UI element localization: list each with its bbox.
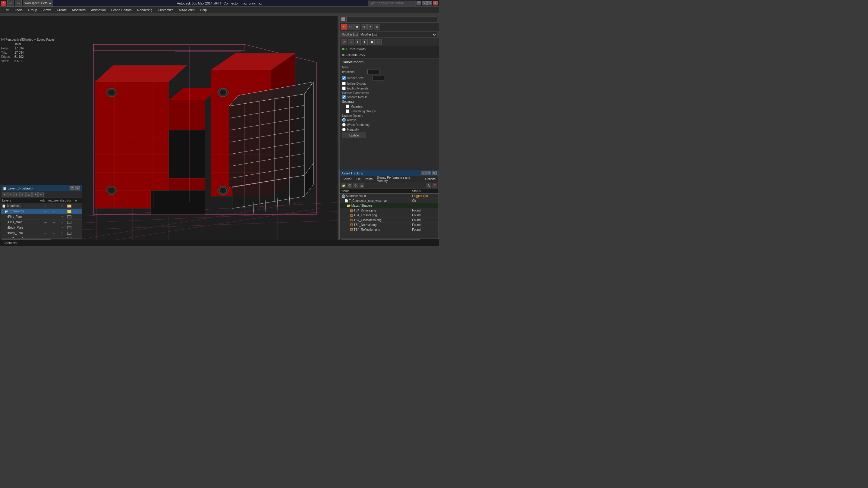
undo-btn[interactable]: ↩ bbox=[7, 0, 14, 7]
menu-graph-editors[interactable]: Graph Editors bbox=[109, 7, 134, 13]
mod-icon-2[interactable]: ✂ bbox=[348, 39, 354, 45]
mod-icon-5[interactable]: 🔲 bbox=[369, 39, 375, 45]
layers-close-btn[interactable]: ✕ bbox=[75, 186, 80, 190]
asset-row-fresnel[interactable]: 🖼 TB4_Fresnel.png Found bbox=[340, 213, 438, 218]
layer-hide-btn[interactable]: 👁 bbox=[32, 192, 38, 197]
asset-tool-1[interactable]: 📁 bbox=[341, 183, 346, 188]
modify-panel-btn[interactable]: ⬡ bbox=[347, 24, 353, 30]
motion-panel-btn[interactable]: ◎ bbox=[361, 24, 367, 30]
render-iters-checkbox[interactable] bbox=[342, 76, 346, 80]
layer-row-t-connector-sub[interactable]: ▷ T_Connector — — ✓ bbox=[1, 236, 82, 238]
asset-row-glossiness[interactable]: 🖼 TB4_Glossiness.png Found bbox=[340, 218, 438, 223]
mod-icon-1[interactable]: 📌 bbox=[341, 39, 347, 45]
layer-remove-btn[interactable]: ⬇ bbox=[20, 192, 26, 197]
redo-btn[interactable]: ↪ bbox=[15, 0, 22, 7]
menu-animation[interactable]: Animation bbox=[89, 7, 108, 13]
hierarchy-panel-btn[interactable]: ⬢ bbox=[354, 24, 360, 30]
render-iters-input[interactable]: 1 bbox=[372, 76, 384, 80]
layer-body-male-color[interactable] bbox=[67, 226, 71, 229]
layer-pins-male-color[interactable] bbox=[67, 221, 71, 224]
always-radio[interactable] bbox=[342, 118, 346, 122]
asset-menu-options[interactable]: Options bbox=[424, 177, 437, 181]
display-panel-btn[interactable]: ☀ bbox=[367, 24, 373, 30]
modifier-dropdown[interactable]: Modifier List bbox=[359, 32, 437, 37]
minimize-btn[interactable]: − bbox=[422, 1, 427, 5]
layer-row-body-male[interactable]: ▷ Body_Male — — ✓ bbox=[1, 225, 82, 230]
mod-icon-3[interactable]: ⬆ bbox=[355, 39, 361, 45]
asset-tool-6[interactable]: ❓ bbox=[432, 183, 437, 188]
layer-row-pins-fem[interactable]: ▷ Pins_Fem — — ✓ bbox=[1, 214, 82, 220]
layer-pins-fem-color[interactable] bbox=[67, 216, 71, 218]
asset-menu-server[interactable]: Server bbox=[341, 177, 353, 181]
layer-connector-color[interactable] bbox=[67, 210, 71, 213]
asset-tool-2[interactable]: ☑ bbox=[347, 183, 352, 188]
object-color-swatch[interactable] bbox=[341, 18, 345, 21]
asset-row-diffuse[interactable]: 🖼 TB4_Diffuse.png Found bbox=[340, 208, 438, 213]
iterations-input[interactable]: 0 bbox=[367, 70, 379, 74]
menu-modifiers[interactable]: Modifiers bbox=[70, 7, 88, 13]
explicit-normals-checkbox[interactable] bbox=[342, 87, 346, 90]
layer-row-pins-male[interactable]: ▷ Pins_Male — — ✓ bbox=[1, 220, 82, 225]
mod-icon-4[interactable]: ⬇ bbox=[362, 39, 368, 45]
asset-row-vault[interactable]: 🏦 Autodesk Vault Logged Out bbox=[340, 194, 438, 198]
asset-tool-5[interactable]: 🔧 bbox=[426, 183, 431, 188]
layer-0-color[interactable] bbox=[67, 204, 71, 207]
asset-row-maps[interactable]: 📂 Maps / Shaders bbox=[340, 203, 438, 208]
layer-row-connector[interactable]: 📁 T_Connector — — ✓ □ bbox=[1, 209, 82, 214]
menu-tools[interactable]: Tools bbox=[12, 7, 25, 13]
asset-row-reflection[interactable]: 🖼 TB4_Reflection.png Found bbox=[340, 227, 438, 232]
smooth-result-checkbox[interactable] bbox=[342, 95, 346, 99]
layer-row-0[interactable]: 📄 0 (default) ✓ — ✓ bbox=[1, 203, 82, 209]
create-panel-btn[interactable]: ✦ bbox=[341, 24, 347, 30]
menu-maxscript[interactable]: MAXScript bbox=[177, 7, 197, 13]
object-name-input[interactable]: Pins_Male bbox=[346, 17, 437, 22]
modifier-turbosmooth[interactable]: TurboSmooth bbox=[340, 46, 439, 52]
maximize-btn[interactable]: □ bbox=[427, 1, 432, 5]
asset-row-normal[interactable]: 🖼 TB4_Normal.png Found bbox=[340, 223, 438, 227]
modifier-editable-poly[interactable]: Editable Poly bbox=[340, 52, 439, 58]
menu-help[interactable]: Help bbox=[198, 7, 210, 13]
layer-t-connector-sub-freeze: — bbox=[50, 237, 58, 238]
layer-t-connector-sub-color[interactable] bbox=[67, 237, 71, 238]
layer-body-fem-color[interactable] bbox=[67, 232, 71, 235]
layers-help-btn[interactable]: ? bbox=[70, 186, 74, 190]
asset-menu-bitmap[interactable]: Bitmap Performance and Memory bbox=[375, 175, 423, 183]
search-input[interactable] bbox=[368, 1, 416, 6]
asset-menu-file[interactable]: File bbox=[354, 177, 362, 181]
layer-delete-btn[interactable]: ✕ bbox=[8, 192, 13, 197]
menu-views[interactable]: Views bbox=[40, 7, 54, 13]
asset-menu-paths[interactable]: Paths bbox=[363, 177, 375, 181]
menu-customize[interactable]: Customize bbox=[156, 7, 176, 13]
asset-min-btn[interactable]: − bbox=[421, 171, 426, 175]
mod-icon-6[interactable]: ⬛ bbox=[375, 39, 381, 45]
asset-close-btn[interactable]: ✕ bbox=[432, 171, 437, 175]
layer-select-btn[interactable]: ◻ bbox=[26, 192, 32, 197]
materials-row: Materials bbox=[342, 104, 436, 108]
materials-checkbox[interactable] bbox=[346, 104, 349, 108]
menu-rendering[interactable]: Rendering bbox=[135, 7, 155, 13]
manually-radio[interactable] bbox=[342, 128, 346, 131]
layer-body-male-icon: ▷ bbox=[2, 226, 7, 230]
asset-tool-3[interactable]: ⬡ bbox=[353, 183, 358, 188]
close-btn[interactable]: ✕ bbox=[433, 1, 438, 5]
asset-tool-4[interactable]: ▤ bbox=[359, 183, 364, 188]
when-rendering-radio[interactable] bbox=[342, 123, 346, 127]
menu-group[interactable]: Group bbox=[26, 7, 40, 13]
viewport-breadcrumb: [+][Perspective][Shaded + Edged Faces] bbox=[1, 38, 56, 41]
asset-restore-btn[interactable]: □ bbox=[427, 171, 431, 175]
layer-freeze-btn[interactable]: ❄ bbox=[38, 192, 44, 197]
menu-edit[interactable]: Edit bbox=[1, 7, 12, 13]
layer-new-btn[interactable]: + bbox=[2, 192, 7, 197]
menu-create[interactable]: Create bbox=[54, 7, 69, 13]
smoothing-groups-checkbox[interactable] bbox=[346, 109, 349, 113]
layer-body-fem-freeze: — bbox=[50, 232, 58, 235]
turbosmooth-label: TurboSmooth bbox=[346, 47, 366, 51]
help-btn[interactable]: ? bbox=[416, 1, 421, 5]
isoline-checkbox[interactable] bbox=[342, 82, 346, 85]
layer-add-btn[interactable]: ⬆ bbox=[14, 192, 20, 197]
asset-row-file[interactable]: 📄 T_Connector_max_vray.max Ok bbox=[340, 198, 438, 203]
utilities-panel-btn[interactable]: ⚙ bbox=[374, 24, 380, 30]
layer-row-body-fem[interactable]: ▷ Body_Fem — — ✓ bbox=[1, 230, 82, 236]
update-btn[interactable]: Update bbox=[342, 133, 366, 138]
workspace-select[interactable]: Workspace: Default bbox=[23, 0, 53, 7]
